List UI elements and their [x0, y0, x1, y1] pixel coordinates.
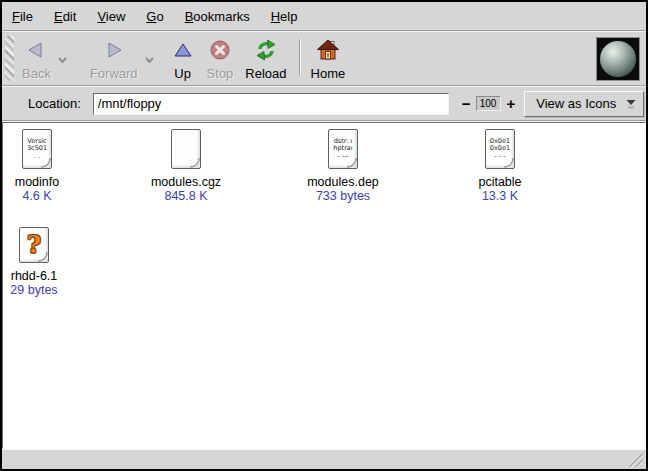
dropdown-arrow-icon — [626, 99, 636, 109]
file-size: 4.6 K — [2, 190, 103, 203]
menu-help[interactable]: Help — [271, 9, 298, 24]
home-label: Home — [311, 67, 346, 80]
file-name: pcitable — [434, 176, 566, 189]
view-mode-dropdown[interactable]: View as Icons — [524, 91, 644, 117]
file-size: 733 bytes — [277, 190, 409, 203]
location-input[interactable] — [93, 93, 449, 115]
up-button[interactable]: Up — [169, 32, 197, 85]
file-name: modinfo — [2, 176, 103, 189]
throbber-sphere-icon — [600, 41, 636, 77]
back-label: Back — [22, 67, 51, 80]
back-arrow-icon — [26, 39, 46, 61]
toolbar: Back Forward Up — [2, 32, 646, 85]
forward-arrow-icon — [104, 39, 124, 61]
menu-edit[interactable]: Edit — [54, 9, 76, 24]
status-bar — [2, 449, 646, 469]
stop-label: Stop — [207, 67, 234, 80]
text-document-icon: dstr: ıhptraı- --- — [328, 129, 358, 169]
file-name: rhdd-6.1 — [2, 270, 100, 283]
file-name: modules.cgz — [120, 176, 252, 189]
resize-grip-icon[interactable] — [627, 452, 643, 467]
back-button[interactable]: Back — [18, 32, 55, 85]
menu-go[interactable]: Go — [146, 9, 163, 24]
home-button[interactable]: Home — [307, 32, 350, 85]
menu-bookmarks[interactable]: Bookmarks — [185, 9, 250, 24]
reload-icon — [254, 39, 278, 61]
file-size: 845.8 K — [120, 190, 252, 203]
stop-button[interactable]: Stop — [203, 32, 238, 85]
file-grid: Versic3c501. .modinfo4.6 Kmodules.cgz845… — [2, 122, 646, 449]
file-item-modinfo[interactable]: Versic3c501. .modinfo4.6 K — [2, 129, 103, 203]
back-dropdown-chevron-icon[interactable] — [55, 50, 70, 68]
reload-button[interactable]: Reload — [241, 32, 290, 85]
file-item-modules.dep[interactable]: dstr: ıhptraı- ---modules.dep733 bytes — [277, 129, 409, 203]
file-item-rhdd-6.1[interactable]: ?rhdd-6.129 bytes — [2, 227, 100, 297]
menubar: FileEditViewGoBookmarksHelp — [2, 2, 646, 30]
unknown-document-icon: ? — [19, 227, 49, 263]
home-icon — [316, 39, 340, 61]
toolbar-drag-handle[interactable] — [5, 36, 14, 81]
menu-file[interactable]: File — [12, 9, 33, 24]
file-item-pcitable[interactable]: 0x0e10x0e1- - -pcitable13.3 K — [434, 129, 566, 203]
reload-label: Reload — [245, 67, 286, 80]
throbber — [596, 37, 640, 81]
file-name: modules.dep — [277, 176, 409, 189]
zoom-in-button[interactable]: + — [507, 97, 516, 111]
menu-view[interactable]: View — [97, 9, 125, 24]
view-mode-label: View as Icons — [536, 96, 616, 111]
toolbar-separator — [299, 39, 301, 75]
forward-label: Forward — [90, 67, 138, 80]
zoom-out-button[interactable]: − — [462, 97, 471, 111]
up-label: Up — [174, 67, 191, 80]
text-document-icon: Versic3c501. . — [22, 129, 52, 169]
location-bar: Location: − 100 + View as Icons — [2, 87, 646, 120]
stop-icon — [209, 39, 231, 61]
file-manager-window: FileEditViewGoBookmarksHelp Back Forward — [0, 0, 648, 471]
text-document-icon: 0x0e10x0e1- - - — [485, 129, 515, 169]
file-size: 13.3 K — [434, 190, 566, 203]
file-size: 29 bytes — [2, 284, 100, 297]
location-label: Location: — [28, 96, 81, 111]
document-icon — [171, 129, 201, 169]
up-arrow-icon — [173, 39, 193, 61]
forward-dropdown-chevron-icon[interactable] — [142, 50, 157, 68]
zoom-level-indicator: 100 — [476, 96, 501, 111]
question-mark-icon: ? — [27, 233, 41, 257]
file-item-modules.cgz[interactable]: modules.cgz845.8 K — [120, 129, 252, 203]
forward-button[interactable]: Forward — [86, 32, 142, 85]
